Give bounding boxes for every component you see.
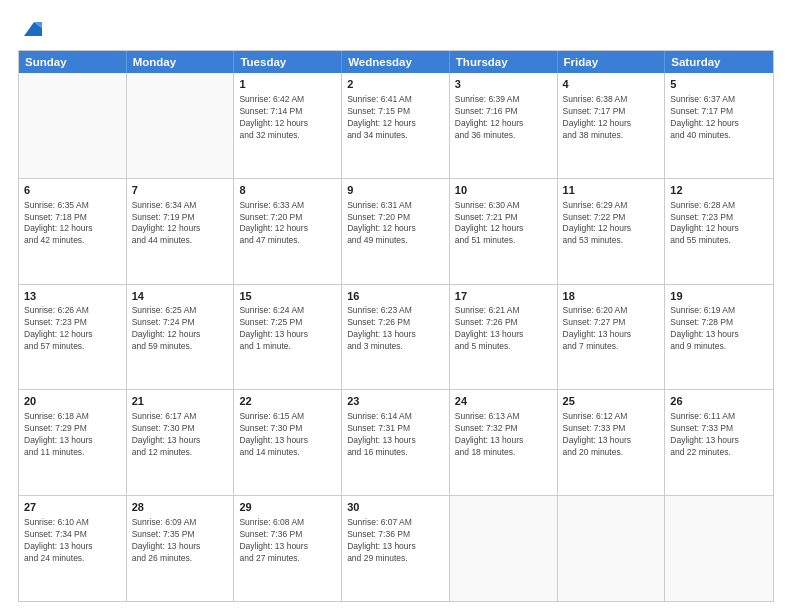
calendar-cell: 22Sunrise: 6:15 AM Sunset: 7:30 PM Dayli… (234, 390, 342, 495)
calendar-cell: 10Sunrise: 6:30 AM Sunset: 7:21 PM Dayli… (450, 179, 558, 284)
day-number: 9 (347, 183, 444, 198)
day-number: 25 (563, 394, 660, 409)
day-info: Sunrise: 6:33 AM Sunset: 7:20 PM Dayligh… (239, 200, 336, 248)
calendar-cell: 7Sunrise: 6:34 AM Sunset: 7:19 PM Daylig… (127, 179, 235, 284)
calendar-cell: 3Sunrise: 6:39 AM Sunset: 7:16 PM Daylig… (450, 73, 558, 178)
calendar-cell: 4Sunrise: 6:38 AM Sunset: 7:17 PM Daylig… (558, 73, 666, 178)
logo (18, 18, 42, 40)
calendar-cell: 17Sunrise: 6:21 AM Sunset: 7:26 PM Dayli… (450, 285, 558, 390)
day-number: 23 (347, 394, 444, 409)
day-number: 20 (24, 394, 121, 409)
calendar-week-row: 20Sunrise: 6:18 AM Sunset: 7:29 PM Dayli… (19, 390, 773, 496)
day-number: 14 (132, 289, 229, 304)
calendar-cell: 8Sunrise: 6:33 AM Sunset: 7:20 PM Daylig… (234, 179, 342, 284)
day-number: 29 (239, 500, 336, 515)
calendar-cell: 6Sunrise: 6:35 AM Sunset: 7:18 PM Daylig… (19, 179, 127, 284)
calendar-week-row: 27Sunrise: 6:10 AM Sunset: 7:34 PM Dayli… (19, 496, 773, 601)
day-number: 15 (239, 289, 336, 304)
calendar-cell: 14Sunrise: 6:25 AM Sunset: 7:24 PM Dayli… (127, 285, 235, 390)
logo-icon (20, 18, 42, 40)
calendar-cell (558, 496, 666, 601)
calendar-cell: 15Sunrise: 6:24 AM Sunset: 7:25 PM Dayli… (234, 285, 342, 390)
day-info: Sunrise: 6:21 AM Sunset: 7:26 PM Dayligh… (455, 305, 552, 353)
day-number: 22 (239, 394, 336, 409)
day-info: Sunrise: 6:19 AM Sunset: 7:28 PM Dayligh… (670, 305, 768, 353)
day-info: Sunrise: 6:30 AM Sunset: 7:21 PM Dayligh… (455, 200, 552, 248)
day-info: Sunrise: 6:29 AM Sunset: 7:22 PM Dayligh… (563, 200, 660, 248)
day-number: 6 (24, 183, 121, 198)
day-number: 16 (347, 289, 444, 304)
day-info: Sunrise: 6:38 AM Sunset: 7:17 PM Dayligh… (563, 94, 660, 142)
calendar: SundayMondayTuesdayWednesdayThursdayFrid… (18, 50, 774, 602)
day-number: 19 (670, 289, 768, 304)
page: SundayMondayTuesdayWednesdayThursdayFrid… (0, 0, 792, 612)
calendar-cell: 27Sunrise: 6:10 AM Sunset: 7:34 PM Dayli… (19, 496, 127, 601)
calendar-cell: 21Sunrise: 6:17 AM Sunset: 7:30 PM Dayli… (127, 390, 235, 495)
day-number: 3 (455, 77, 552, 92)
day-info: Sunrise: 6:23 AM Sunset: 7:26 PM Dayligh… (347, 305, 444, 353)
day-number: 4 (563, 77, 660, 92)
calendar-header-cell: Monday (127, 51, 235, 73)
calendar-cell: 2Sunrise: 6:41 AM Sunset: 7:15 PM Daylig… (342, 73, 450, 178)
day-number: 8 (239, 183, 336, 198)
day-info: Sunrise: 6:12 AM Sunset: 7:33 PM Dayligh… (563, 411, 660, 459)
day-info: Sunrise: 6:24 AM Sunset: 7:25 PM Dayligh… (239, 305, 336, 353)
calendar-body: 1Sunrise: 6:42 AM Sunset: 7:14 PM Daylig… (19, 73, 773, 601)
day-info: Sunrise: 6:07 AM Sunset: 7:36 PM Dayligh… (347, 517, 444, 565)
day-info: Sunrise: 6:35 AM Sunset: 7:18 PM Dayligh… (24, 200, 121, 248)
day-info: Sunrise: 6:34 AM Sunset: 7:19 PM Dayligh… (132, 200, 229, 248)
day-info: Sunrise: 6:20 AM Sunset: 7:27 PM Dayligh… (563, 305, 660, 353)
calendar-header-cell: Sunday (19, 51, 127, 73)
day-info: Sunrise: 6:42 AM Sunset: 7:14 PM Dayligh… (239, 94, 336, 142)
calendar-header-cell: Tuesday (234, 51, 342, 73)
day-info: Sunrise: 6:31 AM Sunset: 7:20 PM Dayligh… (347, 200, 444, 248)
calendar-cell: 25Sunrise: 6:12 AM Sunset: 7:33 PM Dayli… (558, 390, 666, 495)
calendar-cell: 19Sunrise: 6:19 AM Sunset: 7:28 PM Dayli… (665, 285, 773, 390)
calendar-cell (19, 73, 127, 178)
day-number: 17 (455, 289, 552, 304)
day-info: Sunrise: 6:14 AM Sunset: 7:31 PM Dayligh… (347, 411, 444, 459)
day-number: 10 (455, 183, 552, 198)
calendar-cell: 9Sunrise: 6:31 AM Sunset: 7:20 PM Daylig… (342, 179, 450, 284)
calendar-cell (450, 496, 558, 601)
day-info: Sunrise: 6:18 AM Sunset: 7:29 PM Dayligh… (24, 411, 121, 459)
calendar-cell (665, 496, 773, 601)
calendar-header-cell: Saturday (665, 51, 773, 73)
calendar-cell: 30Sunrise: 6:07 AM Sunset: 7:36 PM Dayli… (342, 496, 450, 601)
day-info: Sunrise: 6:08 AM Sunset: 7:36 PM Dayligh… (239, 517, 336, 565)
calendar-cell: 12Sunrise: 6:28 AM Sunset: 7:23 PM Dayli… (665, 179, 773, 284)
day-number: 13 (24, 289, 121, 304)
day-info: Sunrise: 6:39 AM Sunset: 7:16 PM Dayligh… (455, 94, 552, 142)
day-info: Sunrise: 6:13 AM Sunset: 7:32 PM Dayligh… (455, 411, 552, 459)
day-number: 12 (670, 183, 768, 198)
day-number: 21 (132, 394, 229, 409)
day-info: Sunrise: 6:09 AM Sunset: 7:35 PM Dayligh… (132, 517, 229, 565)
calendar-week-row: 1Sunrise: 6:42 AM Sunset: 7:14 PM Daylig… (19, 73, 773, 179)
calendar-cell: 23Sunrise: 6:14 AM Sunset: 7:31 PM Dayli… (342, 390, 450, 495)
header (18, 18, 774, 40)
day-info: Sunrise: 6:10 AM Sunset: 7:34 PM Dayligh… (24, 517, 121, 565)
day-number: 27 (24, 500, 121, 515)
day-info: Sunrise: 6:15 AM Sunset: 7:30 PM Dayligh… (239, 411, 336, 459)
day-number: 24 (455, 394, 552, 409)
day-info: Sunrise: 6:25 AM Sunset: 7:24 PM Dayligh… (132, 305, 229, 353)
calendar-cell: 24Sunrise: 6:13 AM Sunset: 7:32 PM Dayli… (450, 390, 558, 495)
day-info: Sunrise: 6:26 AM Sunset: 7:23 PM Dayligh… (24, 305, 121, 353)
calendar-week-row: 13Sunrise: 6:26 AM Sunset: 7:23 PM Dayli… (19, 285, 773, 391)
calendar-cell (127, 73, 235, 178)
day-number: 26 (670, 394, 768, 409)
calendar-cell: 29Sunrise: 6:08 AM Sunset: 7:36 PM Dayli… (234, 496, 342, 601)
calendar-cell: 16Sunrise: 6:23 AM Sunset: 7:26 PM Dayli… (342, 285, 450, 390)
day-info: Sunrise: 6:11 AM Sunset: 7:33 PM Dayligh… (670, 411, 768, 459)
calendar-header-cell: Wednesday (342, 51, 450, 73)
calendar-header-row: SundayMondayTuesdayWednesdayThursdayFrid… (19, 51, 773, 73)
day-info: Sunrise: 6:17 AM Sunset: 7:30 PM Dayligh… (132, 411, 229, 459)
day-number: 1 (239, 77, 336, 92)
calendar-cell: 11Sunrise: 6:29 AM Sunset: 7:22 PM Dayli… (558, 179, 666, 284)
calendar-header-cell: Friday (558, 51, 666, 73)
day-info: Sunrise: 6:37 AM Sunset: 7:17 PM Dayligh… (670, 94, 768, 142)
calendar-week-row: 6Sunrise: 6:35 AM Sunset: 7:18 PM Daylig… (19, 179, 773, 285)
day-info: Sunrise: 6:28 AM Sunset: 7:23 PM Dayligh… (670, 200, 768, 248)
day-info: Sunrise: 6:41 AM Sunset: 7:15 PM Dayligh… (347, 94, 444, 142)
calendar-cell: 26Sunrise: 6:11 AM Sunset: 7:33 PM Dayli… (665, 390, 773, 495)
